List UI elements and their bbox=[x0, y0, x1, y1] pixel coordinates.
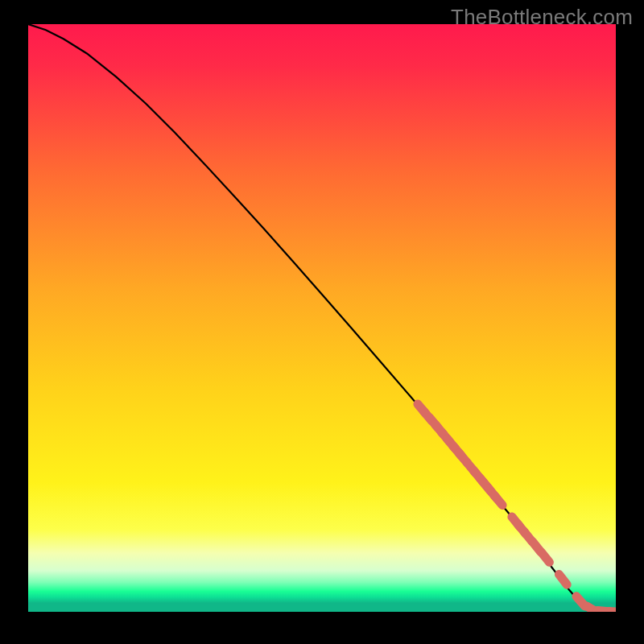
watermark-text: TheBottleneck.com bbox=[451, 5, 633, 30]
marker-dash bbox=[559, 575, 567, 585]
plot-area bbox=[28, 24, 616, 612]
marker-dash bbox=[541, 552, 549, 563]
chart-stage: TheBottleneck.com bbox=[0, 0, 644, 644]
gradient-background bbox=[28, 24, 616, 612]
chart-svg bbox=[28, 24, 616, 612]
